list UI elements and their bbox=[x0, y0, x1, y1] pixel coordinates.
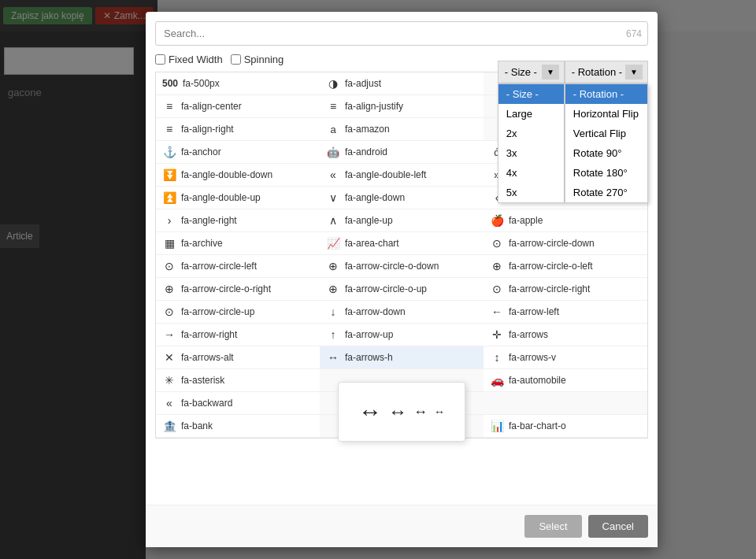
icon-arrow-up-symbol: ↑ bbox=[326, 328, 340, 341]
icon-angle-double-left-label: fa-angle-double-left bbox=[345, 169, 426, 180]
icon-item-arrow-circle-o-right[interactable]: ⊕ fa-arrow-circle-o-right bbox=[156, 278, 320, 301]
size-option-large[interactable]: Large bbox=[498, 104, 564, 124]
icon-arrow-circle-up-symbol: ⊙ bbox=[162, 305, 176, 318]
rotation-option-90[interactable]: Rotate 90° bbox=[565, 143, 647, 163]
icon-arrow-circle-o-down-symbol: ⊕ bbox=[326, 260, 340, 272]
icon-item-bar-chart-o[interactable]: 📊 fa-bar-chart-o bbox=[484, 415, 647, 438]
icon-item-arrow-circle-o-up[interactable]: ⊕ fa-arrow-circle-o-up bbox=[320, 278, 484, 301]
icon-item-arrows[interactable]: ✛ fa-arrows bbox=[484, 324, 647, 346]
icon-500px-symbol: 500 bbox=[162, 78, 178, 89]
size-option-2x[interactable]: 2x bbox=[498, 124, 564, 143]
rotation-dropdown-button[interactable]: - Rotation - ▼ bbox=[565, 61, 648, 83]
rotation-option-vflip[interactable]: Vertical Flip bbox=[565, 124, 647, 143]
icon-item-angle-double-down[interactable]: ⏬ fa-angle-double-down bbox=[156, 164, 320, 187]
icon-item-automobile[interactable]: 🚗 fa-automobile bbox=[484, 369, 647, 392]
fixed-width-checkbox-label[interactable]: Fixed Width bbox=[155, 54, 223, 65]
icon-item-angle-double-left[interactable]: « fa-angle-double-left bbox=[320, 164, 484, 187]
icon-item-arrows-h[interactable]: ↔ fa-arrows-h bbox=[320, 346, 484, 369]
icon-item-arrows-v[interactable]: ↕ fa-arrows-v bbox=[484, 346, 647, 369]
icon-arrows-alt-symbol: ✕ bbox=[162, 351, 176, 364]
size-option-size[interactable]: - Size - bbox=[498, 84, 564, 104]
icon-item-angle-up[interactable]: ∧ fa-angle-up bbox=[320, 209, 484, 232]
icon-item-arrow-circle-o-down[interactable]: ⊕ fa-arrow-circle-o-down bbox=[320, 255, 484, 278]
icon-align-justify-symbol: ≡ bbox=[326, 100, 340, 113]
rotation-option-270[interactable]: Rotate 270° bbox=[565, 183, 647, 202]
icon-item-asterisk[interactable]: ✳ fa-asterisk bbox=[156, 369, 320, 392]
icon-adjust-label: fa-adjust bbox=[345, 78, 381, 89]
icon-item-angle-double-up[interactable]: ⏫ fa-angle-double-up bbox=[156, 187, 320, 209]
rotation-option-hflip[interactable]: Horizontal Flip bbox=[565, 104, 647, 124]
modal-body: 674 Fixed Width Spinning - Size - ▼ bbox=[146, 12, 658, 505]
icon-item-align-right[interactable]: ≡ fa-align-right bbox=[156, 118, 320, 141]
icon-arrows-h-symbol: ↔ bbox=[326, 351, 340, 364]
icon-item-arrows-alt[interactable]: ✕ fa-arrows-alt bbox=[156, 346, 320, 369]
search-count: 674 bbox=[626, 28, 642, 39]
icon-angle-double-down-symbol: ⏬ bbox=[162, 168, 176, 181]
spinning-checkbox[interactable] bbox=[231, 54, 241, 65]
icon-arrow-circle-right-label: fa-arrow-circle-right bbox=[509, 283, 590, 294]
icon-align-right-label: fa-align-right bbox=[181, 124, 234, 135]
icon-archive-symbol: ▦ bbox=[162, 237, 176, 250]
icon-item-500px[interactable]: 500 fa-500px bbox=[156, 72, 320, 95]
icon-angle-up-label: fa-angle-up bbox=[345, 215, 393, 226]
icon-item-arrow-left[interactable]: ← fa-arrow-left bbox=[484, 301, 647, 324]
icon-item-apple[interactable]: 🍎 fa-apple bbox=[484, 209, 647, 232]
icon-align-right-symbol: ≡ bbox=[162, 123, 176, 135]
icon-area-chart-label: fa-area-chart bbox=[345, 238, 399, 249]
icon-item-angle-down[interactable]: ∨ fa-angle-down bbox=[320, 187, 484, 209]
icon-align-center-label: fa-align-center bbox=[181, 101, 242, 112]
rotation-option-default[interactable]: - Rotation - bbox=[565, 84, 647, 104]
icon-apple-label: fa-apple bbox=[509, 215, 543, 226]
rotation-dropdown-container: - Rotation - ▼ - Rotation - Horizontal F… bbox=[565, 61, 648, 83]
fixed-width-checkbox[interactable] bbox=[155, 54, 165, 65]
icon-android-label: fa-android bbox=[345, 146, 387, 157]
icon-item-angle-right[interactable]: › fa-angle-right bbox=[156, 209, 320, 232]
icon-item-arrow-down[interactable]: ↓ fa-arrow-down bbox=[320, 301, 484, 324]
icon-item-bank[interactable]: 🏦 fa-bank bbox=[156, 415, 320, 438]
icon-item-arrow-circle-up[interactable]: ⊙ fa-arrow-circle-up bbox=[156, 301, 320, 324]
icon-item-arrow-circle-right[interactable]: ⊙ fa-arrow-circle-right bbox=[484, 278, 647, 301]
icon-item-align-justify[interactable]: ≡ fa-align-justify bbox=[320, 95, 484, 118]
icon-item-align-center[interactable]: ≡ fa-align-center bbox=[156, 95, 320, 118]
icon-automobile-label: fa-automobile bbox=[509, 375, 566, 386]
icon-arrow-circle-down-label: fa-arrow-circle-down bbox=[509, 238, 595, 249]
icon-arrow-left-label: fa-arrow-left bbox=[509, 306, 559, 317]
preview-arrow-4: ↔ bbox=[434, 405, 445, 418]
icon-500px-label: fa-500px bbox=[183, 78, 220, 89]
icon-angle-down-label: fa-angle-down bbox=[345, 192, 405, 203]
size-option-4x[interactable]: 4x bbox=[498, 163, 564, 183]
preview-arrow-2: ↔ bbox=[388, 401, 407, 423]
icon-item-arrow-up[interactable]: ↑ fa-arrow-up bbox=[320, 324, 484, 346]
icon-item-arrow-circle-left[interactable]: ⊙ fa-arrow-circle-left bbox=[156, 255, 320, 278]
icon-angle-right-label: fa-angle-right bbox=[181, 215, 237, 226]
icon-item-amazon[interactable]: a fa-amazon bbox=[320, 118, 484, 141]
size-dropdown-button[interactable]: - Size - ▼ bbox=[498, 61, 565, 83]
icon-item-area-chart[interactable]: 📈 fa-area-chart bbox=[320, 232, 484, 255]
search-input[interactable] bbox=[155, 21, 648, 46]
icon-item-adjust[interactable]: ◑ fa-adjust bbox=[320, 72, 484, 95]
icon-align-justify-label: fa-align-justify bbox=[345, 101, 403, 112]
icon-arrow-up-label: fa-arrow-up bbox=[345, 329, 393, 340]
size-dropdown-arrow: ▼ bbox=[542, 65, 559, 80]
icon-apple-symbol: 🍎 bbox=[490, 214, 504, 227]
icon-item-arrow-circle-down[interactable]: ⊙ fa-arrow-circle-down bbox=[484, 232, 647, 255]
icon-item-arrow-circle-o-left[interactable]: ⊕ fa-arrow-circle-o-left bbox=[484, 255, 647, 278]
preview-arrow-1: ↔ bbox=[358, 398, 382, 425]
icon-item-android[interactable]: 🤖 fa-android bbox=[320, 141, 484, 164]
icon-item-archive[interactable]: ▦ fa-archive bbox=[156, 232, 320, 255]
icon-arrow-circle-down-symbol: ⊙ bbox=[490, 237, 504, 250]
icon-align-center-symbol: ≡ bbox=[162, 100, 176, 113]
icon-item-backward[interactable]: « fa-backward bbox=[156, 392, 320, 415]
size-option-3x[interactable]: 3x bbox=[498, 143, 564, 163]
spinning-checkbox-label[interactable]: Spinning bbox=[231, 54, 284, 65]
size-option-5x[interactable]: 5x bbox=[498, 183, 564, 202]
icon-arrow-circle-left-label: fa-arrow-circle-left bbox=[181, 261, 257, 272]
icon-item-arrow-right[interactable]: → fa-arrow-right bbox=[156, 324, 320, 346]
preview-arrow-3: ↔ bbox=[413, 404, 428, 420]
icon-item-anchor[interactable]: ⚓ fa-anchor bbox=[156, 141, 320, 164]
rotation-option-180[interactable]: Rotate 180° bbox=[565, 163, 647, 183]
icon-angle-up-symbol: ∧ bbox=[326, 214, 340, 227]
icon-bar-chart-o-symbol: 📊 bbox=[490, 420, 504, 432]
cancel-button[interactable]: Cancel bbox=[588, 515, 648, 538]
select-button[interactable]: Select bbox=[524, 515, 581, 538]
